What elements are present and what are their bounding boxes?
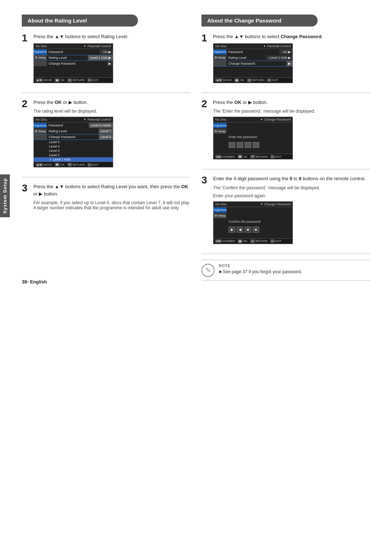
screen2-row1: Programme Password Level 8 Adults (34, 122, 113, 128)
screen1-label2: Rating Level (47, 55, 88, 60)
note-content: NOTE ■ See page 37 if you forgot your pa… (219, 264, 370, 274)
left-step-1-text: Press the ▲▼ buttons to select Rating Le… (33, 33, 191, 40)
left-step-1: 1 Press the ▲▼ buttons to select Rating … (22, 33, 191, 87)
note-section: ✎ NOTE ■ See page 37 if you forgot your … (201, 260, 370, 281)
rscreen3-row1: Programme (213, 207, 293, 213)
right-step-1-number: 1 (201, 33, 209, 43)
rscreen3-bottom: 123 NUMBER ▣ OK ↩ RETURN □ EXIT (213, 238, 293, 244)
screen2-label1: Password (47, 123, 89, 128)
left-step-2-sub: The rating level will be displayed. (33, 109, 191, 114)
left-step-2-text: Press the OK or ▶ button. (33, 99, 191, 106)
right-step-2-text: Press the OK or ▶ button. (213, 99, 370, 106)
right-step-3-sub2: Enter your password again. (213, 193, 370, 198)
rscreen3-cf-boxes: ▶ ◀ ■ ■ (213, 225, 293, 235)
screen2-disc: No Disc (36, 118, 47, 121)
right-section-header: About the Change Password (201, 15, 318, 27)
rscreen3-disc: No Disc (215, 202, 227, 206)
rscreen1-label: ✦ Parental Control (263, 44, 291, 48)
rscreen1-bottom: ▲▼ MOVE ▣ OK ↩ RETURN □ EXIT (213, 77, 293, 83)
rscreen1-label1: Password (226, 49, 279, 54)
screen2-icon1: Programme (34, 123, 47, 128)
screen1-label3: Change Password (47, 61, 107, 66)
rscreen1-icon1: Programme (213, 49, 226, 54)
page-number: 38- English (22, 279, 47, 284)
rscreen3-spacer1 (226, 209, 293, 211)
left-step-2-number: 2 (22, 99, 30, 109)
screen2-label2: Rating Level (47, 129, 99, 134)
left-section-header: About the Rating Level (22, 15, 138, 27)
screen2-bottom: ▲▼ MOVE ▣ OK ↩ RETURN □ EXIT (34, 162, 113, 167)
right-screen-1: No Disc ✦ Parental Control Programme Pas… (213, 43, 293, 83)
cf-box-4: ■ (253, 227, 259, 233)
right-step-2-sub: The 'Enter the password.' message will b… (213, 109, 370, 114)
pw-box-3 (245, 142, 251, 148)
left-column: About the Rating Level 1 Press the ▲▼ bu… (22, 15, 191, 281)
right-step-2: 2 Press the OK or ▶ button. The 'Enter t… (201, 99, 370, 163)
right-screen-2: No Disc ✦ Change Password Programme ⚙ Se… (213, 117, 293, 160)
screen2-row3: Change Password Level 6 (34, 134, 113, 140)
rscreen3-spacer2 (226, 215, 293, 217)
right-step-2-number: 2 (201, 99, 209, 109)
right-step-1-text: Press the ▲▼ buttons to select Change Pa… (213, 33, 370, 40)
screen1-bottom: ▲▼ MOVE ▣ OK ↩ RETURN □ EXIT (34, 77, 113, 83)
rscreen2-pw-label: Enter the password (213, 134, 293, 140)
screen1-row2: ⚙ Setup Rating Level Level 1 Kids ▶ (34, 55, 113, 61)
rscreen1-val3: ▶ (286, 61, 293, 66)
rscreen3-icon2: ⚙ Setup (213, 213, 226, 218)
rscreen1-icon2: ⚙ Setup (213, 55, 226, 60)
left-step-1-number: 1 (22, 33, 30, 43)
rscreen2-row1: Programme (213, 122, 293, 128)
rscreen2-bottom: 123 NUMBER ▣ OK ↩ RETURN □ EXIT (213, 154, 293, 159)
cf-box-2: ◀ (237, 227, 243, 233)
rscreen2-spacer2 (226, 130, 293, 132)
cf-box-1: ▶ (229, 227, 235, 233)
rscreen1-row3: Change Password ▶ (213, 61, 293, 66)
screen1-icon1: Programme (34, 49, 47, 54)
rscreen2-icon1: Programme (213, 123, 226, 128)
right-step-3-content: Enter the 4-digit password using the 0 t… (213, 175, 370, 248)
screen2-icon3 (34, 134, 47, 140)
note-icon: ✎ (201, 264, 215, 277)
screen1-icon3 (34, 61, 47, 66)
level-5: Level 5 (34, 140, 113, 144)
rscreen2-icon2: ⚙ Setup (213, 129, 226, 134)
rscreen1-label2: Rating Level (226, 55, 266, 60)
right-step-3-sub1: The 'Confirm the password.' message will… (213, 185, 370, 190)
level-4: Level 4 (34, 144, 113, 149)
screen1-val2: Level 1 Kids ▶ (88, 55, 113, 60)
screen1-icon2: ⚙ Setup (34, 55, 47, 60)
cf-box-3: ■ (245, 227, 251, 233)
note-label: NOTE (219, 264, 370, 268)
rscreen3-label: ✦ Change Password (260, 202, 291, 206)
note-text: ■ See page 37 if you forgot your passwor… (219, 269, 370, 274)
screen2-val3: Level 6 (99, 134, 113, 140)
rscreen2-label: ✦ Change Password (260, 118, 291, 121)
pw-box-2 (237, 142, 243, 148)
screen1-row3: Change Password ▶ (34, 61, 113, 66)
right-step-2-content: Press the OK or ▶ button. The 'Enter the… (213, 99, 370, 163)
left-step-3-sub: For example, if you select up to Level 6… (33, 200, 191, 210)
rscreen2-row2: ⚙ Setup (213, 128, 293, 134)
screen1-label1: Password (47, 49, 99, 54)
right-step-1: 1 Press the ▲▼ buttons to select Change … (201, 33, 370, 87)
pw-box-4 (253, 142, 259, 148)
screen1-val3: ▶ (107, 61, 113, 66)
screen2-label3: Change Password (47, 134, 99, 140)
left-step-2-content: Press the OK or ▶ button. The rating lev… (33, 99, 191, 171)
level-3: Level 3 (34, 149, 113, 153)
left-step-3-number: 3 (22, 183, 30, 193)
level-2: Level 2 (34, 153, 113, 157)
left-screen-2: No Disc ✦ Parental Control Programme Pas… (33, 117, 113, 167)
right-step-3: 3 Enter the 4-digit password using the 0… (201, 175, 370, 248)
left-step-2: 2 Press the OK or ▶ button. The rating l… (22, 99, 191, 171)
screen2-val1: Level 8 Adults (89, 123, 113, 128)
right-screen-3: No Disc ✦ Change Password Programme ⚙ Se… (213, 201, 293, 244)
level-1: ✓ Level 1 Kids (34, 157, 113, 162)
rscreen3-icon1: Programme (213, 207, 226, 213)
right-step-3-number: 3 (201, 175, 209, 185)
right-step-1-content: Press the ▲▼ buttons to select Change Pa… (213, 33, 370, 87)
left-step-3-content: Press the ▲▼ buttons to select Rating Le… (33, 183, 191, 213)
right-step-3-text: Enter the 4-digit password using the 0 t… (213, 175, 370, 182)
rscreen3-pw-label: Confirm the password (213, 219, 293, 225)
rscreen2-disc: No Disc (215, 118, 227, 121)
